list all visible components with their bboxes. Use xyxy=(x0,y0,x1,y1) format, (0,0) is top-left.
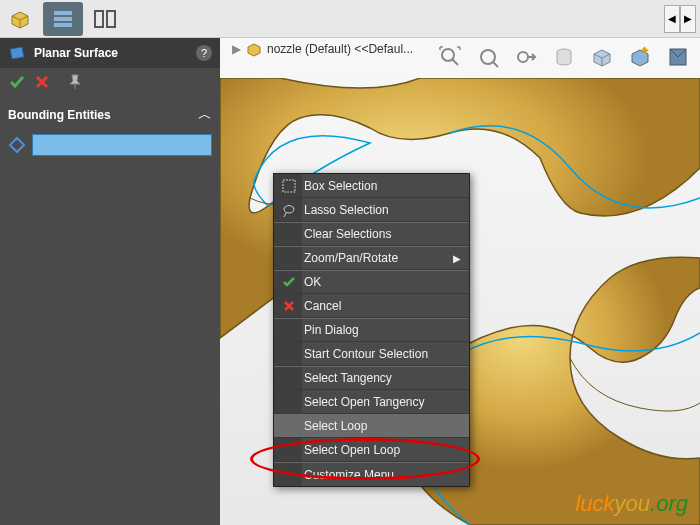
svg-rect-3 xyxy=(95,11,103,27)
top-tab-bar: ◀ ▶ xyxy=(0,0,700,38)
ok-icon[interactable] xyxy=(8,73,26,91)
svg-point-7 xyxy=(481,50,495,64)
cancel-x-icon xyxy=(280,297,298,315)
tab-tree[interactable] xyxy=(43,2,83,36)
menu-pin-dialog[interactable]: Pin Dialog xyxy=(274,318,469,342)
panel-header: Planar Surface ? xyxy=(0,38,220,68)
svg-line-6 xyxy=(452,59,458,65)
hide-show-button[interactable] xyxy=(624,41,656,73)
help-button[interactable]: ? xyxy=(196,45,212,61)
entity-selection-row xyxy=(8,134,212,156)
lasso-icon xyxy=(280,201,298,219)
menu-lasso-selection[interactable]: Lasso Selection xyxy=(274,198,469,222)
svg-rect-4 xyxy=(107,11,115,27)
menu-select-tangency[interactable]: Select Tangency xyxy=(274,366,469,390)
menu-ok[interactable]: OK xyxy=(274,270,469,294)
section-view-button[interactable] xyxy=(548,41,580,73)
extrude-icon xyxy=(8,6,34,32)
previous-view-button[interactable] xyxy=(510,41,542,73)
breadcrumb-arrow-icon: ▶ xyxy=(232,42,241,56)
svg-line-8 xyxy=(493,62,498,67)
menu-select-open-tangency[interactable]: Select Open Tangency xyxy=(274,390,469,414)
tab-split[interactable] xyxy=(85,2,125,36)
menu-zoom-pan-rotate[interactable]: Zoom/Pan/Rotate▶ xyxy=(274,246,469,270)
nav-prev-button[interactable]: ◀ xyxy=(664,5,680,33)
box-selection-icon xyxy=(280,177,298,195)
part-icon xyxy=(245,40,263,58)
selection-box[interactable] xyxy=(32,134,212,156)
edge-icon xyxy=(8,136,26,154)
menu-box-selection[interactable]: Box Selection xyxy=(274,174,469,198)
ok-check-icon xyxy=(280,273,298,291)
breadcrumb-item[interactable]: nozzle (Default) <<Defaul... xyxy=(267,42,413,56)
tree-icon xyxy=(52,8,74,30)
cancel-icon[interactable] xyxy=(34,74,50,90)
nav-next-button[interactable]: ▶ xyxy=(680,5,696,33)
chevron-up-icon: ︿ xyxy=(198,106,212,124)
panel-title: Planar Surface xyxy=(34,46,196,60)
svg-rect-11 xyxy=(283,180,295,192)
svg-point-9 xyxy=(518,52,528,62)
appearance-button[interactable] xyxy=(662,41,694,73)
tab-feature[interactable] xyxy=(1,2,41,36)
zoom-fit-button[interactable] xyxy=(434,41,466,73)
menu-clear-selections[interactable]: Clear Selections xyxy=(274,222,469,246)
pushpin-icon[interactable] xyxy=(66,73,84,91)
svg-rect-1 xyxy=(54,17,72,21)
svg-rect-0 xyxy=(54,11,72,15)
section-label: Bounding Entities xyxy=(8,108,111,122)
submenu-arrow-icon: ▶ xyxy=(453,253,461,264)
property-panel: Planar Surface ? Bounding Entities ︿ xyxy=(0,38,220,525)
menu-cancel[interactable]: Cancel xyxy=(274,294,469,318)
breadcrumb: ▶ nozzle (Default) <<Defaul... xyxy=(228,40,413,58)
menu-select-open-loop[interactable]: Select Open Loop xyxy=(274,438,469,462)
context-menu: Box Selection Lasso Selection Clear Sele… xyxy=(273,173,470,487)
menu-select-loop[interactable]: Select Loop xyxy=(274,414,469,438)
display-style-button[interactable] xyxy=(586,41,618,73)
menu-start-contour[interactable]: Start Contour Selection xyxy=(274,342,469,366)
svg-rect-2 xyxy=(54,23,72,27)
planar-surface-icon xyxy=(8,44,26,62)
section-header[interactable]: Bounding Entities ︿ xyxy=(8,102,212,128)
tab-nav: ◀ ▶ xyxy=(664,5,696,33)
panel-actions xyxy=(0,68,220,96)
bounding-entities-section: Bounding Entities ︿ xyxy=(0,96,220,162)
zoom-area-button[interactable] xyxy=(472,41,504,73)
split-icon xyxy=(93,7,117,31)
menu-customize[interactable]: Customize Menu xyxy=(274,462,469,486)
